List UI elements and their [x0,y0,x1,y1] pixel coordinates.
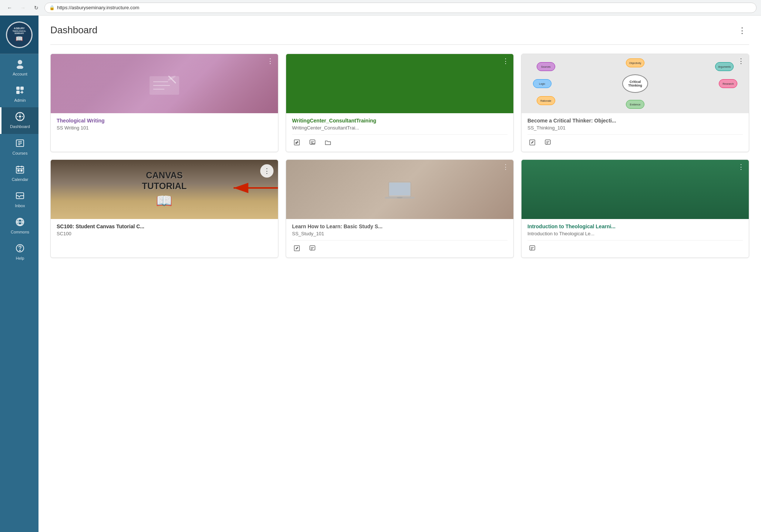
ct-node-rationale: Rationale [537,96,555,105]
svg-rect-3 [20,87,24,90]
commons-icon [15,217,25,228]
help-icon [15,243,25,255]
svg-point-1 [17,65,23,69]
sidebar-item-courses[interactable]: Courses [0,134,38,160]
sidebar-item-dashboard[interactable]: Dashboard [0,107,38,134]
cards-row-1: ⋮ Theological Writing SS Writing 101 ⋮ W… [50,54,749,152]
card-menu-button-theological-writing[interactable]: ⋮ [265,57,275,65]
svg-point-25 [20,250,20,251]
commons-label: Commons [11,230,29,235]
red-arrow-svg [215,177,278,199]
card-image-writing-center: ⋮ [286,54,513,113]
account-icon [15,58,25,70]
sidebar-item-calendar[interactable]: Calendar [0,160,38,186]
card-menu-button-canvas-tutorial[interactable]: ⋮ [260,164,274,178]
dashboard-icon [15,112,25,123]
ct-node-logic: Logic [533,79,552,88]
sidebar-item-commons[interactable]: Commons [0,213,38,239]
course-card-critical-thinking: CriticalThinking Objectivity Logic Resea… [521,54,749,152]
card-image-canvas-tutorial: CANVASTUTORIAL 📖 ⋮ [51,160,278,219]
sidebar-item-help[interactable]: Help [0,239,38,265]
card-menu-button-writing-center[interactable]: ⋮ [501,57,510,65]
discussion-action-learn-how[interactable] [308,244,317,252]
account-label: Account [13,72,27,77]
courses-icon [15,138,25,149]
red-arrow-annotation [215,177,278,201]
edit-action-writing-center[interactable] [292,138,302,147]
svg-rect-47 [310,246,315,250]
main-content: Dashboard ⋮ [38,16,761,532]
back-button[interactable]: ← [4,3,15,13]
discussion-action-critical-thinking[interactable] [543,138,553,147]
card-body-intro-theological: Introduction to Theological Learni... In… [522,219,749,257]
svg-rect-19 [18,170,19,171]
courses-label: Courses [13,151,28,156]
course-name-writing-center: WritingCenter_ConsultantTraining [292,118,507,124]
course-card-intro-theological: ⋮ Introduction to Theological Learni... … [521,159,749,258]
sidebar-item-admin[interactable]: Admin [0,81,38,107]
sidebar: ASBURY THEOLOGICAL SEMINARY 📖 Account [0,16,38,532]
admin-icon [15,85,25,97]
svg-point-0 [18,60,22,64]
course-card-canvas-tutorial: CANVASTUTORIAL 📖 ⋮ [50,159,278,258]
edit-action-learn-how[interactable] [292,244,302,252]
edit-action-critical-thinking[interactable] [527,138,537,147]
lock-icon: 🔒 [49,5,55,10]
course-subtitle-writing-center: WritingCenter_ConsultantTrai... [292,125,507,131]
discussion-action-intro-theological[interactable] [527,244,537,252]
ct-node-sources: Sources [537,62,555,71]
address-bar: 🔒 https://asburyseminary.instructure.com [44,3,757,13]
svg-rect-50 [530,246,535,250]
card-body-critical-thinking: Become a Critical Thinker: Objecti... SS… [522,113,749,152]
writing-illustration [142,65,187,102]
ct-node-arguments: Arguments [715,62,734,71]
course-name-theological-writing: Theological Writing [57,118,272,124]
course-card-writing-center: ⋮ WritingCenter_ConsultantTraining Writi… [286,54,514,152]
svg-rect-37 [545,140,550,144]
ct-diagram: CriticalThinking Objectivity Logic Resea… [533,57,738,110]
card-actions-writing-center [292,134,507,147]
laptop-illustration [381,175,418,204]
sidebar-item-inbox[interactable]: Inbox [0,186,38,213]
folder-action-writing-center[interactable] [323,138,333,147]
course-name-intro-theological: Introduction to Theological Learni... [527,223,743,229]
dashboard-label: Dashboard [10,124,30,129]
sidebar-item-account[interactable]: Account [0,54,38,81]
course-subtitle-critical-thinking: SS_Thinking_101 [527,125,743,131]
canvas-tutorial-title: CANVASTUTORIAL [142,170,187,192]
header-more-options-button[interactable]: ⋮ [735,24,749,37]
course-subtitle-learn-how: SS_Study_101 [292,231,507,236]
svg-point-6 [19,115,21,118]
browser-chrome: ← → ↻ 🔒 https://asburyseminary.instructu… [0,0,761,16]
card-menu-button-critical-thinking[interactable]: ⋮ [736,57,746,65]
reload-button[interactable]: ↻ [31,3,41,13]
canvas-tutorial-content: CANVASTUTORIAL 📖 [142,170,187,209]
page-header: Dashboard ⋮ [50,24,749,37]
card-menu-button-intro-theological[interactable]: ⋮ [736,163,746,171]
card-body-canvas-tutorial: SC100: Student Canvas Tutorial C... SC10… [51,219,278,245]
svg-rect-20 [21,170,22,171]
course-name-critical-thinking: Become a Critical Thinker: Objecti... [527,118,743,124]
course-name-canvas-tutorial: SC100: Student Canvas Tutorial C... [57,223,272,229]
forward-button[interactable]: → [18,3,28,13]
app-wrapper: ASBURY THEOLOGICAL SEMINARY 📖 Account [0,16,761,532]
logo-circle: ASBURY THEOLOGICAL SEMINARY 📖 [6,21,33,48]
card-image-intro-theological: ⋮ [522,160,749,219]
svg-rect-4 [16,91,20,94]
logo-text: ASBURY THEOLOGICAL SEMINARY 📖 [13,27,26,43]
cards-row-2: CANVASTUTORIAL 📖 ⋮ [50,159,749,258]
course-subtitle-canvas-tutorial: SC100 [57,231,272,236]
course-name-learn-how: Learn How to Learn: Basic Study S... [292,223,507,229]
discussion-action-writing-center[interactable] [308,138,317,147]
svg-rect-43 [389,183,410,195]
course-card-learn-how: ⋮ Learn How to Learn: Basic Study S... S… [286,159,514,258]
ct-node-evidence: Evidence [626,100,644,109]
svg-rect-15 [16,166,24,173]
page-title: Dashboard [50,24,97,36]
ct-node-research: Research [719,79,737,88]
learn-how-content [286,160,513,219]
card-actions-critical-thinking [527,134,743,147]
card-menu-button-learn-how[interactable]: ⋮ [501,163,510,171]
card-body-writing-center: WritingCenter_ConsultantTraining Writing… [286,113,513,152]
card-image-critical-thinking: CriticalThinking Objectivity Logic Resea… [522,54,749,113]
